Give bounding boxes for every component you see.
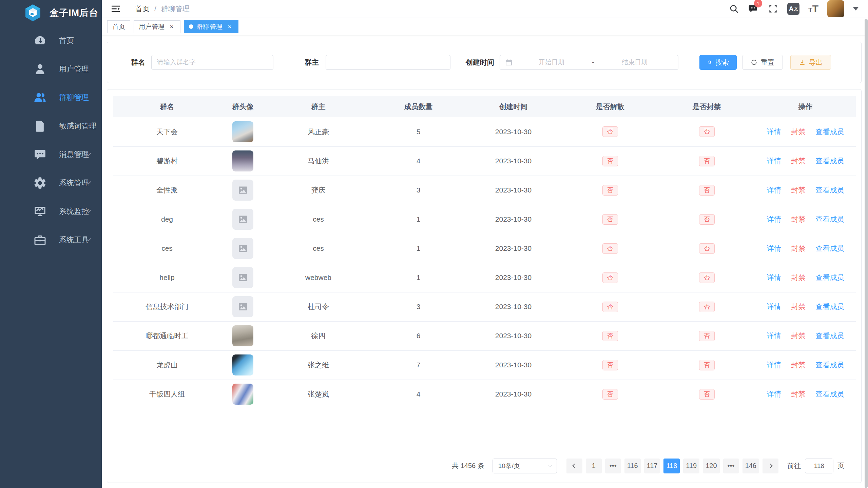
- pager-ellipsis[interactable]: •••: [605, 459, 621, 473]
- language-translate-icon[interactable]: A文: [787, 3, 799, 15]
- group-avatar-image: [232, 296, 253, 317]
- dissolved-tag: 否: [602, 272, 618, 283]
- view-members-link[interactable]: 查看成员: [815, 303, 844, 310]
- detail-link[interactable]: 详情: [767, 332, 781, 340]
- view-members-link[interactable]: 查看成员: [815, 128, 844, 136]
- view-members-link[interactable]: 查看成员: [815, 332, 844, 340]
- next-page-button[interactable]: [763, 459, 778, 473]
- member-count: 7: [417, 361, 421, 369]
- create-time: 2023-10-30: [495, 303, 532, 310]
- sidebar-item-group-management[interactable]: 群聊管理: [0, 83, 102, 112]
- reset-button[interactable]: 重置: [742, 55, 783, 70]
- sidebar-item-home[interactable]: 首页: [0, 26, 102, 55]
- group-name-label: 群名: [131, 58, 145, 67]
- tab-user-management[interactable]: 用户管理 ×: [134, 20, 180, 33]
- banned-tag: 否: [699, 243, 715, 254]
- date-range-picker[interactable]: 开始日期 - 结束日期: [500, 55, 678, 70]
- sidebar-item-sensitive-words[interactable]: 敏感词管理: [0, 112, 102, 140]
- search-button[interactable]: 搜索: [699, 55, 737, 70]
- detail-link[interactable]: 详情: [767, 157, 781, 165]
- sidebar-item-system-management[interactable]: 系统管理: [0, 169, 102, 197]
- messages-icon[interactable]: 1: [748, 3, 759, 14]
- goto-page-input[interactable]: [805, 459, 833, 473]
- page-button[interactable]: 146: [742, 459, 759, 473]
- detail-link[interactable]: 详情: [767, 303, 781, 310]
- page-button[interactable]: 119: [683, 459, 699, 473]
- view-members-link[interactable]: 查看成员: [815, 215, 844, 223]
- view-members-link[interactable]: 查看成员: [815, 157, 844, 165]
- detail-link[interactable]: 详情: [767, 244, 781, 252]
- ban-link[interactable]: 封禁: [791, 157, 806, 165]
- detail-link[interactable]: 详情: [767, 273, 781, 281]
- search-icon[interactable]: [729, 4, 739, 14]
- page-button[interactable]: 116: [624, 459, 641, 473]
- create-time: 2023-10-30: [495, 390, 532, 398]
- end-date-placeholder[interactable]: 结束日期: [596, 58, 673, 67]
- close-icon[interactable]: ×: [168, 23, 175, 30]
- tab-label: 首页: [112, 22, 125, 31]
- tab-group-management[interactable]: 群聊管理 ×: [184, 20, 238, 33]
- dissolved-tag: 否: [602, 302, 618, 312]
- export-button[interactable]: 导出: [790, 55, 831, 70]
- member-count: 3: [417, 186, 421, 194]
- fullscreen-icon[interactable]: [768, 3, 778, 14]
- view-members-link[interactable]: 查看成员: [815, 186, 844, 194]
- breadcrumb-home[interactable]: 首页: [135, 4, 150, 14]
- detail-link[interactable]: 详情: [767, 186, 781, 194]
- group-name-input[interactable]: [151, 55, 273, 70]
- ban-link[interactable]: 封禁: [791, 215, 806, 223]
- view-members-link[interactable]: 查看成员: [815, 361, 844, 369]
- dissolved-tag: 否: [602, 156, 618, 166]
- ban-link[interactable]: 封禁: [791, 186, 806, 194]
- group-avatar-image: [232, 209, 253, 230]
- sidebar-item-message-management[interactable]: 消息管理: [0, 140, 102, 169]
- table-row: 龙虎山 张之维 7 2023-10-30 否 否 详情 封禁 查看成员: [113, 350, 856, 380]
- sidebar-item-user-management[interactable]: 用户管理: [0, 55, 102, 83]
- breadcrumb: 首页 / 群聊管理: [135, 4, 190, 14]
- start-date-placeholder[interactable]: 开始日期: [513, 58, 590, 67]
- group-owner-input[interactable]: [326, 55, 450, 70]
- user-avatar[interactable]: [827, 0, 844, 17]
- create-time: 2023-10-30: [495, 244, 532, 252]
- sidebar-item-system-monitor[interactable]: 系统监控: [0, 197, 102, 226]
- vertical-scrollbar-thumb[interactable]: [865, 19, 868, 488]
- ban-link[interactable]: 封禁: [791, 303, 806, 310]
- ban-link[interactable]: 封禁: [791, 273, 806, 281]
- view-members-link[interactable]: 查看成员: [815, 244, 844, 252]
- ban-link[interactable]: 封禁: [791, 332, 806, 340]
- ban-link[interactable]: 封禁: [791, 361, 806, 369]
- view-members-link[interactable]: 查看成员: [815, 273, 844, 281]
- detail-link[interactable]: 详情: [767, 361, 781, 369]
- table-row: 天下会 风正豪 5 2023-10-30 否 否 详情 封禁 查看成员: [113, 117, 856, 146]
- ban-link[interactable]: 封禁: [791, 128, 806, 136]
- detail-link[interactable]: 详情: [767, 215, 781, 223]
- detail-link[interactable]: 详情: [767, 390, 781, 398]
- close-icon[interactable]: ×: [226, 23, 233, 30]
- pager-ellipsis[interactable]: •••: [723, 459, 739, 473]
- group-avatar-image: [232, 180, 253, 201]
- page-size-select[interactable]: 10条/页: [493, 459, 557, 473]
- page-button[interactable]: 120: [703, 459, 719, 473]
- detail-link[interactable]: 详情: [767, 128, 781, 136]
- banned-tag: 否: [699, 360, 715, 370]
- group-name: 天下会: [156, 128, 178, 136]
- sidebar-collapse-button[interactable]: [110, 3, 121, 14]
- user-icon: [33, 62, 47, 76]
- page-button[interactable]: 117: [644, 459, 660, 473]
- group-avatar-image: [232, 384, 253, 405]
- view-members-link[interactable]: 查看成员: [815, 390, 844, 398]
- prev-page-button[interactable]: [566, 459, 582, 473]
- page-button[interactable]: 1: [586, 459, 602, 473]
- logo-link[interactable]: 盒子IM后台: [0, 0, 102, 26]
- member-count: 1: [417, 215, 421, 223]
- ban-link[interactable]: 封禁: [791, 244, 806, 252]
- tab-home[interactable]: 首页: [107, 20, 130, 33]
- dissolved-tag: 否: [602, 185, 618, 196]
- font-size-icon[interactable]: TT: [808, 4, 818, 14]
- page-button-active[interactable]: 118: [663, 459, 680, 473]
- member-count: 1: [417, 273, 421, 281]
- banned-tag: 否: [699, 302, 715, 312]
- user-menu-caret-icon[interactable]: [853, 7, 859, 11]
- sidebar-item-system-tools[interactable]: 系统工具: [0, 226, 102, 254]
- ban-link[interactable]: 封禁: [791, 390, 806, 398]
